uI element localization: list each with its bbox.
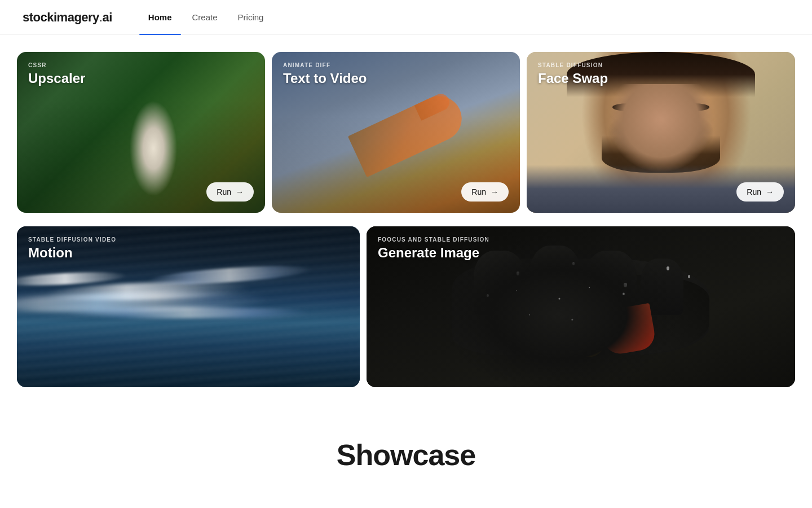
top-card-grid: CSSR Upscaler Run → ANIMATE DIFF Text to… — [0, 35, 812, 216]
card-upscaler[interactable]: CSSR Upscaler Run → — [17, 52, 265, 213]
card-text-to-video-title: Text to Video — [283, 71, 367, 86]
run-arrow-icon: → — [236, 187, 244, 196]
card-face-swap-tech: STABLE DIFFUSION — [538, 62, 608, 68]
nav-pricing[interactable]: Pricing — [229, 8, 273, 27]
card-upscaler-tech: CSSR — [28, 62, 85, 68]
run-arrow-icon-2: → — [491, 187, 498, 196]
card-face-swap-title: Face Swap — [538, 71, 608, 86]
run-button-text-to-video[interactable]: Run → — [461, 182, 509, 202]
card-generate-label: FOOCUS AND STABLE DIFFUSION Generate Ima… — [378, 237, 489, 261]
navbar: stockimagery.ai Home Create Pricing — [0, 0, 812, 35]
card-face-swap-label: STABLE DIFFUSION Face Swap — [538, 62, 608, 86]
card-face-swap[interactable]: STABLE DIFFUSION Face Swap Run → — [527, 52, 795, 213]
card-generate-image[interactable]: FOOCUS AND STABLE DIFFUSION Generate Ima… — [367, 226, 795, 387]
card-text-to-video[interactable]: ANIMATE DIFF Text to Video Run → — [272, 52, 520, 213]
card-motion[interactable]: STABLE DIFFUSION VIDEO Motion — [17, 226, 360, 387]
card-generate-title: Generate Image — [378, 245, 489, 261]
logo-text-ai: ai — [102, 10, 112, 24]
nav-home[interactable]: Home — [139, 8, 181, 27]
card-generate-tech: FOOCUS AND STABLE DIFFUSION — [378, 237, 489, 243]
card-upscaler-label: CSSR Upscaler — [28, 62, 85, 86]
card-upscaler-title: Upscaler — [28, 71, 85, 86]
card-text-to-video-tech: ANIMATE DIFF — [283, 62, 367, 68]
card-motion-tech: STABLE DIFFUSION VIDEO — [28, 237, 116, 243]
run-arrow-icon-3: → — [766, 187, 774, 196]
logo-text-bold: stockimagery — [23, 10, 99, 24]
showcase-title: Showcase — [0, 438, 812, 472]
showcase-section: Showcase — [0, 404, 812, 494]
run-button-upscaler[interactable]: Run → — [206, 182, 254, 202]
nav-create[interactable]: Create — [183, 8, 227, 27]
card-motion-label: STABLE DIFFUSION VIDEO Motion — [28, 237, 116, 261]
card-text-to-video-label: ANIMATE DIFF Text to Video — [283, 62, 367, 86]
run-button-face-swap[interactable]: Run → — [736, 182, 784, 202]
nav-links: Home Create Pricing — [139, 8, 273, 27]
bottom-card-grid: STABLE DIFFUSION VIDEO Motion — [0, 216, 812, 404]
logo[interactable]: stockimagery.ai — [23, 10, 112, 25]
card-motion-title: Motion — [28, 245, 116, 261]
